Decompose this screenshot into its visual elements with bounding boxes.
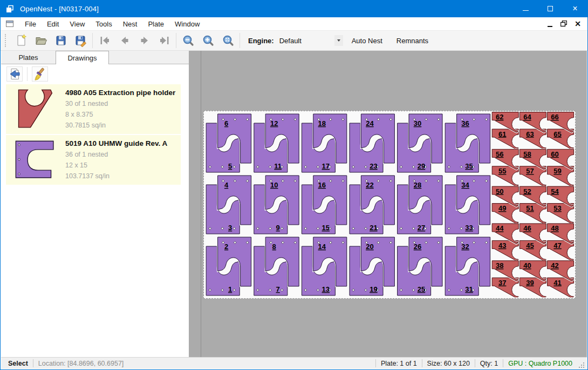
nest-part-pair-red[interactable]: 6463 <box>519 112 546 150</box>
nest-part-pair-purple[interactable]: 2625 <box>398 237 442 295</box>
nest-part-pair-purple[interactable]: 1817 <box>302 114 346 172</box>
minimize-button[interactable] <box>513 0 538 17</box>
drawings-toolbar <box>1 64 189 84</box>
auto-nest-button[interactable]: Auto Nest <box>346 33 388 48</box>
menu-plate[interactable]: Plate <box>142 18 169 30</box>
svg-text:6: 6 <box>224 119 228 127</box>
new-button[interactable] <box>11 32 31 49</box>
nest-part-pair-purple[interactable]: 21 <box>206 237 251 295</box>
drawing-area: 103.7137 sq/in <box>65 171 179 181</box>
status-qty: Qty: 1 <box>480 360 498 367</box>
svg-text:18: 18 <box>318 119 326 127</box>
nest-part-pair-red[interactable]: 5655 <box>492 149 518 186</box>
drawing-size: 8 x 8.375 <box>65 109 179 120</box>
svg-text:31: 31 <box>465 285 473 293</box>
left-panel: Plates Drawings <box>1 51 189 357</box>
save-as-icon <box>74 34 87 47</box>
nest-part-pair-purple[interactable]: 3029 <box>398 114 442 172</box>
svg-text:34: 34 <box>461 181 469 189</box>
status-size: Size: 60 x 120 <box>427 360 470 367</box>
toolbar-drag-handle[interactable] <box>5 34 7 47</box>
minimize-icon <box>523 10 529 11</box>
nest-plate[interactable]: 6512111817242330293635431091615222128273… <box>203 111 576 299</box>
remnants-button[interactable]: Remnants <box>391 33 434 48</box>
menu-tools[interactable]: Tools <box>90 18 117 30</box>
zoom-in-button[interactable] <box>198 32 218 49</box>
drawing-item-extraction-pipe-holder[interactable]: 4980 A05 Extraction pipe holder 30 of 1 … <box>6 84 181 134</box>
menu-nest[interactable]: Nest <box>118 18 143 30</box>
nest-part-pair-purple[interactable]: 43 <box>206 176 251 234</box>
save-button[interactable] <box>51 32 71 49</box>
mdi-close-button[interactable]: ✕ <box>573 19 582 28</box>
nest-part-pair-red[interactable]: 5857 <box>519 149 546 186</box>
nest-part-pair-red[interactable]: 6665 <box>548 112 574 150</box>
svg-text:10: 10 <box>270 181 278 189</box>
mdi-minimize-button[interactable] <box>545 19 554 28</box>
nest-canvas[interactable]: 6512111817242330293635431091615222128273… <box>189 51 587 357</box>
svg-text:2: 2 <box>224 243 228 251</box>
save-as-button[interactable] <box>71 32 91 49</box>
nest-part-pair-red[interactable]: 4039 <box>519 261 546 298</box>
nest-part-pair-red[interactable]: 5251 <box>519 186 546 224</box>
go-first-button[interactable] <box>94 32 114 49</box>
status-mode: Select <box>8 360 28 367</box>
open-button[interactable] <box>31 32 51 49</box>
engine-select[interactable]: Default <box>279 34 343 47</box>
status-separator <box>422 359 422 367</box>
menu-edit[interactable]: Edit <box>42 18 64 30</box>
svg-text:65: 65 <box>553 130 561 138</box>
nest-part-pair-purple[interactable]: 87 <box>254 237 299 295</box>
nest-part-pair-red[interactable]: 6059 <box>548 149 574 186</box>
nest-part-pair-purple[interactable]: 2221 <box>350 176 394 234</box>
nest-part-pair-purple[interactable]: 2423 <box>350 114 394 172</box>
nest-part-pair-purple[interactable]: 1413 <box>302 237 346 295</box>
drawing-item-uhmw-guide[interactable]: 5019 A10 UHMW guide Rev. A 36 of 1 neste… <box>6 135 181 185</box>
go-previous-button[interactable] <box>114 32 134 49</box>
close-button[interactable]: × <box>563 0 587 17</box>
svg-text:22: 22 <box>366 181 373 189</box>
tab-drawings[interactable]: Drawings <box>56 51 109 64</box>
zoom-fit-button[interactable] <box>218 32 238 49</box>
engine-dropdown-button[interactable] <box>334 35 343 46</box>
svg-text:57: 57 <box>526 167 534 175</box>
zoom-fit-icon <box>222 34 235 47</box>
nest-part-pair-red[interactable]: 4847 <box>548 224 574 261</box>
nest-part-pair-red[interactable]: 4645 <box>519 224 546 261</box>
svg-text:33: 33 <box>465 224 473 232</box>
nest-part-pair-purple[interactable]: 3635 <box>445 114 490 172</box>
svg-text:19: 19 <box>370 285 377 293</box>
go-next-button[interactable] <box>134 32 154 49</box>
nest-part-pair-red[interactable]: 5453 <box>548 186 574 224</box>
nest-part-pair-purple[interactable]: 3231 <box>445 237 490 295</box>
nest-part-pair-purple[interactable]: 65 <box>206 114 251 172</box>
menu-view[interactable]: View <box>64 18 90 30</box>
menu-file[interactable]: File <box>19 18 42 30</box>
menu-window[interactable]: Window <box>169 18 205 30</box>
nest-part-pair-red[interactable]: 5049 <box>492 186 518 224</box>
go-last-button[interactable] <box>154 32 174 49</box>
maximize-button[interactable] <box>538 0 563 17</box>
svg-text:21: 21 <box>370 224 377 232</box>
nest-part-pair-purple[interactable]: 2019 <box>350 237 394 295</box>
import-button[interactable] <box>6 66 23 82</box>
svg-text:42: 42 <box>551 261 558 270</box>
toolbar-separator <box>92 33 93 48</box>
red-part-thumbnail <box>12 88 58 130</box>
nest-part-pair-purple[interactable]: 2827 <box>398 176 442 234</box>
resize-grip[interactable] <box>578 361 585 369</box>
svg-text:32: 32 <box>461 243 469 251</box>
nest-part-pair-purple[interactable]: 109 <box>254 176 299 234</box>
clean-button[interactable] <box>32 66 48 82</box>
nest-part-pair-purple[interactable]: 1615 <box>302 176 346 234</box>
nest-part-pair-red[interactable]: 6261 <box>492 112 518 150</box>
tab-plates[interactable]: Plates <box>1 52 56 64</box>
document-window-icon[interactable] <box>5 19 14 28</box>
nest-part-pair-red[interactable]: 3837 <box>492 261 518 298</box>
nest-part-pair-purple[interactable]: 3433 <box>445 176 490 234</box>
nest-part-pair-purple[interactable]: 1211 <box>254 114 299 172</box>
nest-part-pair-red[interactable]: 4241 <box>548 261 574 298</box>
new-document-icon <box>15 34 28 47</box>
zoom-out-button[interactable] <box>178 32 198 49</box>
mdi-restore-button[interactable] <box>559 19 568 28</box>
nest-part-pair-red[interactable]: 4443 <box>492 224 518 261</box>
